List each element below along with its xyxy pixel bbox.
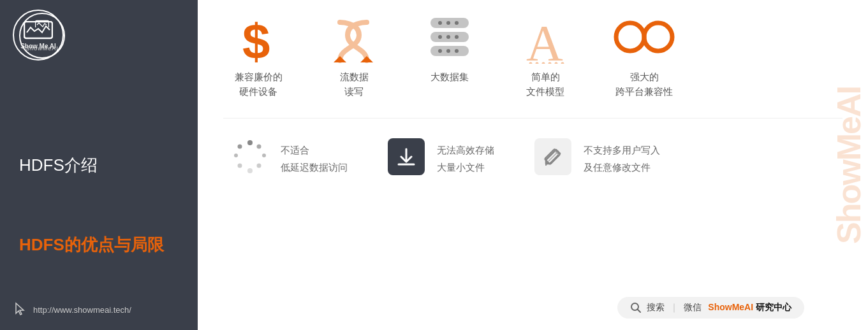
svg-point-9 [438, 21, 442, 25]
logo-circle: Show Me AI [13, 10, 64, 61]
section1-title: HDFS介绍 [19, 148, 98, 196]
svg-text:$: $ [242, 13, 270, 64]
pencil-icon [542, 146, 564, 168]
wechat-label: 微信 [684, 302, 702, 313]
dollar-icon: $ [236, 13, 281, 64]
svg-point-12 [438, 35, 442, 39]
download-arrow-icon [396, 147, 416, 167]
divider [223, 118, 842, 118]
cursor-icon [13, 302, 28, 317]
main-content: ShowMeAI $ 兼容廉价的 硬件设备 流数据 [198, 0, 868, 330]
brand-name: ShowMeAI 研究中心 [708, 302, 791, 313]
feature4-label1: 简单的 [526, 70, 564, 85]
feature-simple: A 简单的 文件模型 [517, 13, 574, 99]
flow-icon [328, 13, 379, 64]
svg-point-34 [238, 145, 242, 149]
brand-rest: 研究中心 [756, 302, 791, 312]
logo-text: Show Me AI [20, 43, 56, 50]
database-icon [424, 13, 475, 64]
sidebar: ShowMeAI Show Me AI HDFS介绍 HDFS的优点与局限 ht… [0, 0, 198, 330]
download-box [388, 138, 425, 175]
edit-icon-wrap [533, 136, 573, 177]
svg-point-16 [446, 49, 450, 53]
svg-point-15 [438, 49, 442, 53]
section2-title: HDFS的优点与局限 [19, 234, 164, 275]
svg-text:A: A [526, 15, 563, 64]
svg-line-42 [638, 310, 641, 313]
feature5-label1: 强大的 [615, 70, 673, 85]
svg-marker-5 [334, 56, 346, 62]
brand-orange: ShowMeAI [708, 302, 753, 312]
feature4-label2: 文件模型 [526, 85, 564, 99]
edit-box [534, 138, 571, 175]
svg-point-26 [644, 23, 672, 51]
svg-point-28 [257, 145, 261, 149]
feature2-label1: 流数据 [340, 70, 369, 85]
sidebar-footer: http://www.showmeai.tech/ [13, 302, 131, 317]
svg-point-11 [455, 21, 459, 25]
svg-point-30 [257, 164, 261, 168]
feature-crossplatform: 强大的 跨平台兼容性 [612, 13, 676, 99]
limit2-text1: 无法高效存储 [437, 141, 494, 159]
limit2-text2: 大量小文件 [437, 159, 494, 176]
limit3-text2: 及任意修改文件 [584, 159, 660, 176]
svg-point-25 [616, 23, 644, 51]
feature-streaming: 流数据 读写 [325, 13, 383, 99]
search-bar[interactable]: 搜索 ｜ 微信 ShowMeAI 研究中心 [617, 297, 804, 319]
features-top-row: $ 兼容廉价的 硬件设备 流数据 读写 [217, 13, 849, 99]
monitor-svg [24, 21, 53, 40]
feature1-label1: 兼容廉价的 [235, 70, 283, 85]
search-icon [630, 302, 642, 313]
feature2-label2: 读写 [340, 85, 369, 99]
svg-marker-4 [360, 56, 373, 62]
svg-point-29 [262, 154, 266, 157]
svg-point-14 [455, 35, 459, 39]
svg-point-10 [446, 21, 450, 25]
feature-affordable: $ 兼容廉价的 硬件设备 [230, 13, 287, 99]
feature1-label2: 硬件设备 [235, 85, 283, 99]
limitation-small-files: 无法高效存储 大量小文件 [386, 136, 494, 177]
svg-point-32 [238, 164, 242, 168]
feature-bigdata: 大数据集 [421, 13, 478, 85]
circles-icon [612, 13, 676, 64]
feature3-label1: 大数据集 [430, 70, 469, 85]
search-divider: ｜ [670, 302, 679, 313]
limit1-text1: 不适合 [281, 141, 348, 159]
feature5-label2: 跨平台兼容性 [615, 85, 673, 99]
font-a-icon: A [523, 13, 568, 64]
svg-point-27 [247, 140, 253, 145]
search-label: 搜索 [647, 302, 665, 313]
spinner-icon-wrap [230, 136, 270, 177]
download-icon-wrap [386, 136, 427, 177]
limit1-text2: 低延迟数据访问 [281, 159, 348, 176]
limit3-text1: 不支持多用户写入 [584, 141, 660, 159]
svg-point-17 [455, 49, 459, 53]
svg-point-33 [234, 154, 238, 157]
spinner-icon [231, 138, 269, 176]
svg-point-31 [247, 168, 253, 173]
limitation-latency: 不适合 低延迟数据访问 [230, 136, 348, 177]
svg-point-13 [446, 35, 450, 39]
footer-url: http://www.showmeai.tech/ [33, 305, 131, 315]
features-bottom-row: 不适合 低延迟数据访问 无法高效存储 大量小文件 [217, 136, 849, 177]
limitation-multiwrite: 不支持多用户写入 及任意修改文件 [533, 136, 660, 177]
